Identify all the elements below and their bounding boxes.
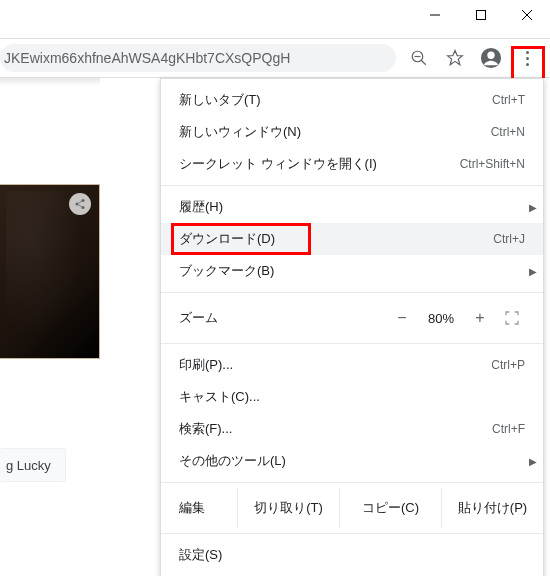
zoom-out-button[interactable]: − [387,309,417,327]
share-icon[interactable] [69,193,91,215]
svg-point-11 [76,203,79,206]
menu-item-new-tab[interactable]: 新しいタブ(T)Ctrl+T [161,84,543,116]
chevron-right-icon: ▶ [529,266,537,277]
chevron-right-icon: ▶ [529,202,537,213]
fullscreen-icon[interactable] [495,310,529,326]
menu-item-print[interactable]: 印刷(P)...Ctrl+P [161,349,543,381]
window-close-button[interactable] [504,0,550,30]
menu-item-downloads[interactable]: ダウンロード(D)Ctrl+J [161,223,543,255]
toolbar: JKEwixm66xhfneAhWSA4gKHbt7CXsQPQgH [0,38,550,78]
zoom-label: ズーム [179,309,387,327]
edit-paste-button[interactable]: 貼り付け(P) [441,488,543,528]
svg-point-10 [82,199,85,202]
menu-separator [161,533,543,534]
toolbar-actions [402,41,550,75]
window-maximize-button[interactable] [458,0,504,30]
menu-item-edit-row: 編集 切り取り(T) コピー(C) 貼り付け(P) [161,488,543,528]
profile-icon[interactable] [474,41,508,75]
menu-separator [161,343,543,344]
menu-item-cast[interactable]: キャスト(C)... [161,381,543,413]
svg-point-12 [82,206,85,209]
zoom-out-icon[interactable] [402,41,436,75]
feeling-lucky-button[interactable]: g Lucky [0,448,66,482]
zoom-in-button[interactable]: + [465,309,495,327]
window-minimize-button[interactable] [412,0,458,30]
menu-item-incognito[interactable]: シークレット ウィンドウを開く(I)Ctrl+Shift+N [161,148,543,180]
svg-rect-1 [477,11,486,20]
google-doodle-image[interactable] [0,184,100,359]
window-titlebar [0,0,550,38]
menu-separator [161,482,543,483]
menu-item-help[interactable]: ヘルプ(H)▶ [161,571,543,576]
menu-item-history[interactable]: 履歴(H)▶ [161,191,543,223]
browser-window: JKEwixm66xhfneAhWSA4gKHbt7CXsQPQgH g L [0,0,550,576]
edit-label: 編集 [161,499,237,517]
omnibox[interactable]: JKEwixm66xhfneAhWSA4gKHbt7CXsQPQgH [0,44,396,72]
omnibox-text: JKEwixm66xhfneAhWSA4gKHbt7CXsQPQgH [4,50,290,66]
menu-item-more-tools[interactable]: その他のツール(L)▶ [161,445,543,477]
menu-item-settings[interactable]: 設定(S) [161,539,543,571]
main-menu: 新しいタブ(T)Ctrl+T 新しいウィンドウ(N)Ctrl+N シークレット … [160,78,544,576]
menu-item-find[interactable]: 検索(F)...Ctrl+F [161,413,543,445]
menu-item-new-window[interactable]: 新しいウィンドウ(N)Ctrl+N [161,116,543,148]
zoom-percent: 80% [417,311,465,326]
kebab-menu-icon[interactable] [510,41,544,75]
menu-separator [161,292,543,293]
menu-separator [161,185,543,186]
svg-line-5 [421,60,426,65]
svg-point-9 [487,52,494,59]
menu-item-bookmarks[interactable]: ブックマーク(B)▶ [161,255,543,287]
chevron-right-icon: ▶ [529,456,537,467]
menu-item-zoom: ズーム − 80% + [161,298,543,338]
svg-marker-7 [448,51,463,65]
edit-cut-button[interactable]: 切り取り(T) [237,488,339,528]
menu-shadow [0,78,100,86]
bookmark-star-icon[interactable] [438,41,472,75]
edit-copy-button[interactable]: コピー(C) [339,488,441,528]
